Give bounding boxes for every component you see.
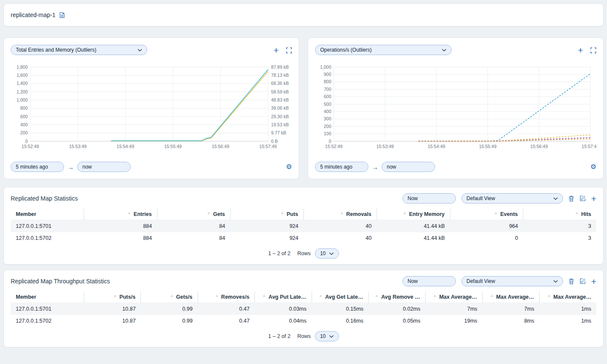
column-header-label: Avg Put Late… — [268, 294, 306, 300]
column-header-max-average[interactable]: ^Max Average… — [482, 291, 539, 303]
svg-text:29.30 kB: 29.30 kB — [271, 114, 289, 119]
time-to-input[interactable] — [382, 162, 435, 172]
column-header-member[interactable]: Member — [11, 291, 84, 303]
metric-select[interactable]: Operations/s (Outliers) — [315, 45, 452, 55]
sort-caret-icon: ^ — [208, 212, 210, 217]
add-view-button[interactable]: + — [591, 277, 596, 286]
column-header-puts[interactable]: ^Puts — [231, 209, 304, 220]
add-chart-button[interactable]: + — [274, 46, 279, 55]
svg-text:9.77 kB: 9.77 kB — [271, 130, 286, 135]
table-cell: 3 — [523, 220, 597, 233]
chevron-down-icon — [137, 49, 142, 52]
charts-row: Total Entries and Memory (Outliers) + 00… — [3, 38, 604, 179]
column-header-entry-memory[interactable]: ^Entry Memory — [377, 209, 450, 220]
sort-caret-icon: ^ — [263, 295, 265, 300]
chart-actions: + — [274, 45, 292, 55]
time-filter-input[interactable] — [403, 276, 456, 286]
edit-view-button[interactable] — [580, 195, 586, 201]
column-header-label: Puts — [286, 211, 298, 217]
column-header-member[interactable]: Member — [11, 209, 84, 220]
metric-select[interactable]: Total Entries and Memory (Outliers) — [11, 45, 147, 55]
table-cell: 0.99 — [141, 303, 198, 315]
sort-caret-icon: ^ — [403, 212, 406, 217]
svg-text:500: 500 — [324, 102, 331, 107]
time-filter-input[interactable] — [403, 193, 456, 204]
view-select[interactable]: Default View — [461, 276, 563, 286]
column-header-hits[interactable]: ^Hits — [523, 209, 597, 220]
column-header-puts-s[interactable]: ^Puts/s — [84, 291, 141, 303]
page-title: replicated-map-1 — [11, 12, 55, 18]
time-range-row: → ⚙ — [315, 162, 596, 172]
table-cell: 0.47 — [198, 303, 254, 315]
document-icon — [59, 12, 65, 18]
column-header-avg-remove[interactable]: ^Avg Remove … — [368, 291, 425, 303]
column-header-max-average[interactable]: ^Max Average… — [540, 291, 597, 303]
rows-label: Rows — [297, 250, 310, 256]
table-cell: 7ms — [426, 303, 482, 315]
table-cell: 0.05ms — [368, 315, 425, 327]
svg-text:15:54:49: 15:54:49 — [117, 144, 134, 149]
column-header-events[interactable]: ^Events — [450, 209, 523, 220]
column-header-avg-put-late[interactable]: ^Avg Put Late… — [255, 291, 312, 303]
rows-per-page-group: Rows 10 — [297, 248, 339, 259]
svg-text:800: 800 — [20, 105, 28, 111]
table-row[interactable]: 127.0.0.1:570110.870.990.470.03ms0.15ms0… — [11, 303, 596, 315]
column-header-avg-get-late[interactable]: ^Avg Get Late… — [312, 291, 368, 303]
time-from-input[interactable] — [315, 162, 368, 172]
panel-title: Replicated Map Statistics — [11, 195, 78, 202]
edit-icon — [580, 195, 586, 201]
svg-text:400: 400 — [324, 109, 331, 114]
pagination-range: 1 – 2 of 2 — [268, 250, 290, 256]
chart-header: Total Entries and Memory (Outliers) + — [11, 45, 292, 55]
chevron-down-icon — [553, 280, 558, 283]
view-select[interactable]: Default View — [461, 193, 563, 204]
table-row[interactable]: 127.0.0.1:5702884849244041.44 kB03 — [11, 232, 596, 244]
column-header-removes-s[interactable]: ^Removes/s — [198, 291, 254, 303]
rows-label: Rows — [297, 333, 310, 339]
table-row[interactable]: 127.0.0.1:570210.870.990.470.04ms0.16ms0… — [11, 315, 596, 327]
svg-text:600: 600 — [324, 94, 331, 99]
panel-title: Replicated Map Throughput Statistics — [11, 278, 110, 285]
metric-select-value: Total Entries and Memory (Outliers) — [16, 47, 96, 53]
time-to-input[interactable] — [77, 162, 131, 172]
map-config-button[interactable] — [59, 12, 65, 18]
svg-text:15:53:49: 15:53:49 — [376, 144, 394, 149]
page-size-select[interactable]: 10 — [315, 248, 339, 259]
sort-caret-icon: ^ — [128, 212, 130, 217]
delete-view-button[interactable] — [569, 278, 574, 285]
svg-text:300: 300 — [324, 116, 331, 121]
member-cell: 127.0.0.1:5702 — [11, 315, 84, 327]
chevron-down-icon — [329, 335, 334, 338]
arrow-right-icon: → — [372, 163, 378, 171]
plus-icon: + — [591, 194, 596, 203]
svg-text:600: 600 — [20, 114, 28, 119]
column-header-label: Gets — [213, 211, 225, 217]
table-cell: 0.02ms — [368, 303, 425, 315]
sort-caret-icon: ^ — [216, 295, 218, 300]
table-cell: 0.03ms — [255, 303, 312, 315]
add-chart-button[interactable]: + — [578, 46, 583, 55]
delete-view-button[interactable] — [569, 195, 574, 202]
svg-text:15:56:49: 15:56:49 — [212, 144, 229, 149]
column-header-removals[interactable]: ^Removals — [304, 209, 377, 220]
chart-settings-button[interactable]: ⚙ — [286, 163, 292, 170]
table-row[interactable]: 127.0.0.1:5701884849244041.44 kB9643 — [11, 220, 596, 233]
time-from-input[interactable] — [11, 162, 64, 172]
plus-icon: + — [274, 46, 279, 55]
chevron-down-icon — [553, 197, 558, 200]
sort-caret-icon: ^ — [548, 295, 550, 300]
fullscreen-button[interactable] — [286, 47, 292, 53]
column-header-gets-s[interactable]: ^Gets/s — [141, 291, 198, 303]
sort-caret-icon: ^ — [114, 295, 116, 300]
column-header-entries[interactable]: ^Entries — [84, 209, 158, 220]
plus-icon: + — [591, 277, 596, 286]
fullscreen-button[interactable] — [590, 47, 596, 53]
page-size-select[interactable]: 10 — [315, 331, 339, 341]
add-view-button[interactable]: + — [591, 194, 596, 203]
page-size-value: 10 — [320, 333, 326, 339]
chart-settings-button[interactable]: ⚙ — [590, 163, 596, 170]
metric-select-value: Operations/s (Outliers) — [320, 47, 372, 53]
edit-view-button[interactable] — [580, 278, 586, 284]
column-header-gets[interactable]: ^Gets — [157, 209, 231, 220]
column-header-max-average[interactable]: ^Max Average… — [426, 291, 482, 303]
